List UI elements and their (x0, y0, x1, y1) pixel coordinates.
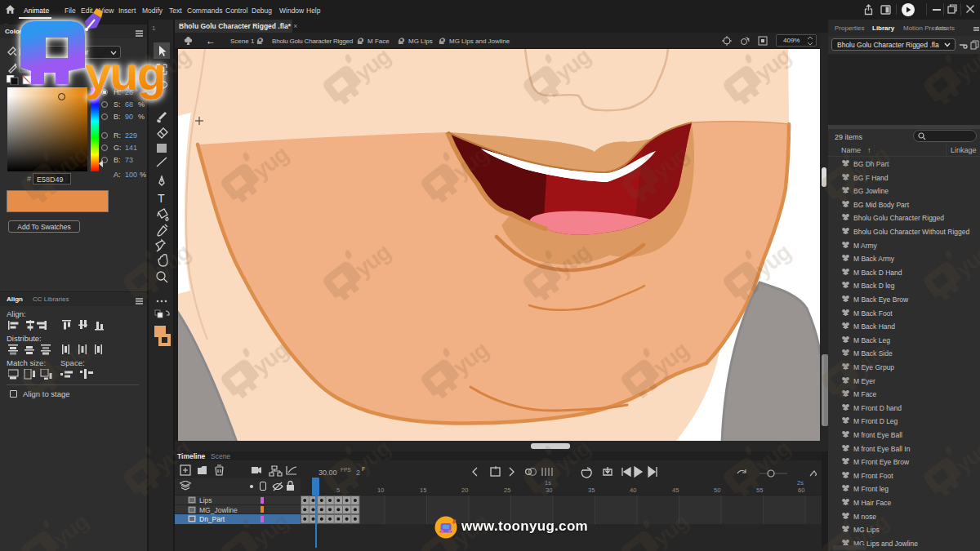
svg-text:T: T (158, 192, 165, 205)
